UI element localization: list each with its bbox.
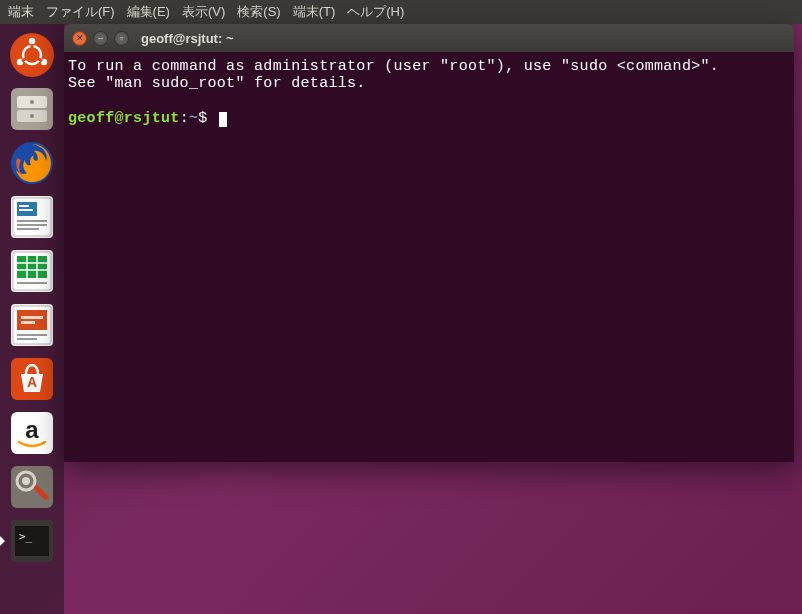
menubar-app-name: 端末	[8, 3, 34, 21]
svg-text:A: A	[27, 374, 37, 390]
software-center-icon[interactable]: A	[7, 354, 57, 404]
terminal-body[interactable]: To run a command as administrator (user …	[64, 52, 794, 133]
svg-rect-19	[17, 220, 47, 222]
files-icon[interactable]	[7, 84, 57, 134]
menu-search[interactable]: 検索(S)	[237, 3, 280, 21]
prompt-separator: :	[180, 110, 189, 127]
terminal-blank-line	[68, 93, 790, 110]
window-close-button[interactable]: ✕	[72, 31, 87, 46]
dash-icon[interactable]	[7, 30, 57, 80]
amazon-icon[interactable]: a	[7, 408, 57, 458]
menubar: 端末 ファイル(F) 編集(E) 表示(V) 検索(S) 端末(T) ヘルプ(H…	[0, 0, 802, 24]
svg-text:a: a	[25, 416, 39, 443]
impress-icon[interactable]	[7, 300, 57, 350]
firefox-icon[interactable]	[7, 138, 57, 188]
window-titlebar[interactable]: ✕ – ▫ geoff@rsjtut: ~	[64, 24, 794, 52]
menu-view[interactable]: 表示(V)	[182, 3, 225, 21]
svg-rect-34	[21, 321, 35, 324]
svg-rect-21	[17, 228, 39, 230]
terminal-icon[interactable]: >_	[7, 516, 57, 566]
svg-point-12	[30, 114, 34, 118]
writer-icon[interactable]	[7, 192, 57, 242]
menu-edit[interactable]: 編集(E)	[127, 3, 170, 21]
svg-rect-33	[21, 316, 43, 319]
window-minimize-button[interactable]: –	[93, 31, 108, 46]
terminal-prompt-line: geoff@rsjtut:~$	[68, 110, 790, 127]
terminal-window: ✕ – ▫ geoff@rsjtut: ~ To run a command a…	[64, 24, 794, 462]
settings-icon[interactable]	[7, 462, 57, 512]
svg-point-2	[29, 38, 35, 44]
terminal-output-line: See "man sudo_root" for details.	[68, 75, 790, 92]
svg-rect-8	[11, 88, 53, 130]
svg-point-43	[22, 477, 30, 485]
svg-rect-20	[17, 224, 47, 226]
svg-rect-36	[17, 338, 37, 340]
svg-rect-29	[17, 282, 47, 284]
svg-rect-17	[19, 205, 29, 207]
unity-launcher: A a >_	[0, 24, 64, 614]
prompt-path: ~	[189, 110, 198, 127]
svg-text:>_: >_	[19, 530, 33, 543]
prompt-suffix: $	[198, 110, 217, 127]
menu-file[interactable]: ファイル(F)	[46, 3, 115, 21]
svg-rect-32	[17, 310, 47, 330]
terminal-output-line: To run a command as administrator (user …	[68, 58, 790, 75]
menu-terminal[interactable]: 端末(T)	[293, 3, 336, 21]
menu-help[interactable]: ヘルプ(H)	[347, 3, 404, 21]
window-maximize-button[interactable]: ▫	[114, 31, 129, 46]
svg-rect-35	[17, 334, 47, 336]
prompt-user-host: geoff@rsjtut	[68, 110, 180, 127]
terminal-cursor	[219, 112, 227, 127]
calc-icon[interactable]	[7, 246, 57, 296]
svg-rect-24	[17, 256, 47, 278]
window-title: geoff@rsjtut: ~	[141, 31, 233, 46]
svg-rect-18	[19, 209, 33, 211]
svg-point-11	[30, 100, 34, 104]
